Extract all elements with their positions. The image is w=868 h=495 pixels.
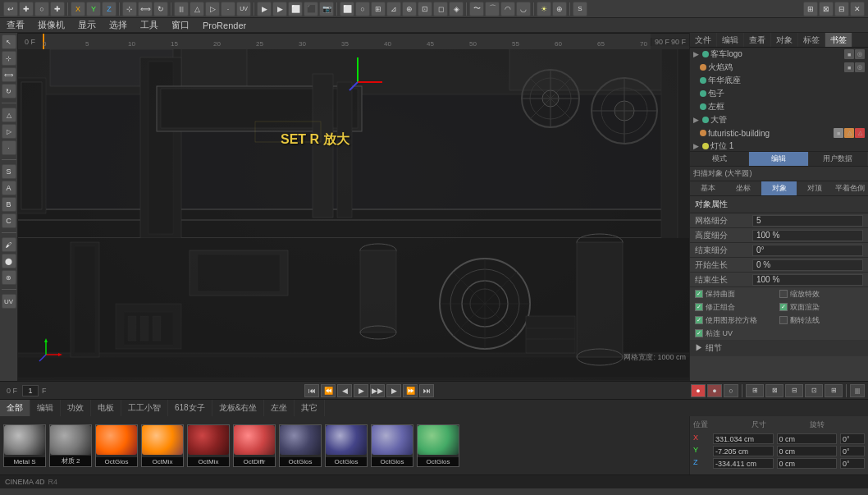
cam-icon[interactable]: ⊕: [552, 2, 567, 16]
btn-prev-key[interactable]: ⏪: [321, 384, 336, 397]
btn-key2[interactable]: ⊠: [765, 384, 783, 397]
mat-thumb-8[interactable]: OctGlos: [325, 424, 368, 467]
left-tool-paint[interactable]: ⬤: [2, 254, 16, 268]
coord-z-rot[interactable]: 0°: [840, 458, 865, 469]
mat-thumb-5[interactable]: OctMix: [187, 424, 230, 467]
prop-subtab-coords[interactable]: 坐标: [725, 181, 761, 195]
edge-icon[interactable]: ▷: [205, 2, 220, 16]
btab-618[interactable]: 618女子: [168, 400, 212, 416]
menu-display[interactable]: 显示: [75, 19, 99, 31]
coord-x-size[interactable]: 0 cm: [777, 433, 838, 444]
prop-subtab-flat[interactable]: 平着色倒: [833, 181, 868, 195]
primitive2-icon[interactable]: ○: [355, 2, 370, 16]
btn-key5[interactable]: ⊞: [825, 384, 843, 397]
render2-icon[interactable]: ▶: [272, 2, 287, 16]
left-tool-select[interactable]: ↖: [2, 34, 16, 49]
checkbox-keep-surface[interactable]: ✓ 保持曲面: [695, 289, 779, 300]
btab-xiao[interactable]: 工工小智: [121, 400, 168, 416]
render3-icon[interactable]: ⬜: [288, 2, 303, 16]
menu-camera[interactable]: 摄像机: [34, 19, 68, 31]
poly-icon[interactable]: △: [190, 2, 204, 16]
left-tool-sculpt[interactable]: ⊛: [2, 270, 16, 285]
btn-timeline[interactable]: |||: [850, 384, 865, 397]
left-tool-rotate[interactable]: ↻: [2, 84, 16, 99]
tool1-icon[interactable]: ✚: [19, 2, 34, 16]
obj-leftpanel[interactable]: 左框: [690, 100, 868, 113]
coord-z-pos[interactable]: -334.411 cm: [713, 458, 774, 469]
left-tool-edge[interactable]: ▷: [2, 124, 16, 139]
obj-baozi[interactable]: 包子: [690, 87, 868, 100]
btn-prev-frame[interactable]: ◀: [337, 384, 352, 397]
primitive3-icon[interactable]: ⊞: [371, 2, 386, 16]
uv-icon[interactable]: UV: [236, 2, 251, 16]
menu-tools[interactable]: 工具: [137, 19, 162, 31]
btab-other[interactable]: 其它: [295, 400, 325, 416]
spline3-icon[interactable]: ◠: [500, 2, 515, 16]
coord-x-pos[interactable]: 331.034 cm: [713, 433, 774, 444]
close-icon[interactable]: ✕: [850, 2, 865, 16]
btn-record2[interactable]: ●: [707, 384, 722, 397]
left-tool-brush[interactable]: 🖌: [2, 237, 16, 252]
mat-thumb-10[interactable]: OctGlos: [417, 424, 459, 467]
obj-npc[interactable]: 年华底座: [690, 74, 868, 87]
btab-power[interactable]: 功效: [61, 400, 91, 416]
mat-thumb-2[interactable]: 材质 2: [49, 424, 92, 467]
checkbox-box-6[interactable]: [779, 316, 788, 324]
tab-view[interactable]: 查看: [744, 33, 771, 47]
coord-z-size[interactable]: 0 cm: [777, 458, 838, 469]
timeline-ruler[interactable]: 0 5 10 15 20 25 30 35 40 45 50 55 60 65 …: [43, 34, 651, 49]
tab-object[interactable]: 对象: [771, 33, 798, 47]
tab-file[interactable]: 文件: [690, 33, 717, 47]
checkbox-uv-stick[interactable]: ✓ 粘连 UV: [695, 328, 863, 339]
tool2-icon[interactable]: ○: [34, 2, 49, 16]
prop-val-endgrow[interactable]: 100 %: [752, 274, 863, 286]
btn-key1[interactable]: ⊞: [746, 384, 764, 397]
undo-icon[interactable]: ↩: [3, 2, 18, 16]
obj-flame[interactable]: 火焰鸡 ■ ◎: [690, 61, 868, 74]
obj-icon[interactable]: |||: [174, 2, 189, 16]
coord-y-size[interactable]: 0 cm: [777, 446, 838, 456]
btn-go-start[interactable]: ⏮: [304, 384, 319, 397]
tab-edit[interactable]: 编辑: [717, 33, 744, 47]
rotate-icon[interactable]: ↻: [153, 2, 168, 16]
spline2-icon[interactable]: ⌒: [485, 2, 500, 16]
btab-edit[interactable]: 编辑: [30, 400, 61, 416]
btn-play[interactable]: ▶: [354, 384, 368, 397]
spline1-icon[interactable]: 〜: [469, 2, 484, 16]
left-tool-poly[interactable]: △: [2, 108, 16, 122]
obj-building[interactable]: ▶ 大管: [690, 113, 868, 126]
prop-val-startgrow[interactable]: 0 %: [752, 259, 863, 271]
tab-bookmarks[interactable]: 书签: [825, 33, 852, 47]
prop-extra-section[interactable]: ▶ 细节: [690, 340, 868, 356]
extra1-icon[interactable]: S: [573, 2, 587, 16]
left-tool-s[interactable]: S: [2, 164, 16, 179]
btab-dragon[interactable]: 龙板&右坐: [212, 400, 265, 416]
camera-icon[interactable]: 📷: [319, 2, 334, 16]
render4-icon[interactable]: ⬛: [304, 2, 318, 16]
coord-y-rot[interactable]: 0°: [840, 446, 865, 456]
left-tool-a[interactable]: A: [2, 181, 16, 195]
mat-thumb-1[interactable]: Metal S: [3, 424, 46, 467]
prop-tab-user[interactable]: 用户数据: [809, 152, 868, 166]
point-icon[interactable]: ·: [221, 2, 235, 16]
mat-thumb-7[interactable]: OctGlos: [279, 424, 322, 467]
primitive6-icon[interactable]: ⊡: [418, 2, 432, 16]
render1-icon[interactable]: ▶: [257, 2, 272, 16]
btn-play-reverse[interactable]: ▶▶: [370, 384, 385, 397]
z-icon[interactable]: Z: [102, 2, 116, 16]
btn-key4[interactable]: ⊡: [805, 384, 823, 397]
viewport[interactable]: SET R 放大 透视视图 网格宽度: 1000 cm 0 F 0 5 10 1…: [18, 33, 689, 381]
primitive4-icon[interactable]: ⊿: [386, 2, 401, 16]
prop-subtab-basic[interactable]: 基本: [690, 181, 725, 195]
prop-val-end[interactable]: 0°: [752, 245, 863, 256]
mat-thumb-4[interactable]: OctMix: [141, 424, 184, 467]
checkbox-flip-normal[interactable]: 翻转法线: [779, 315, 864, 326]
obj-fbuilding[interactable]: futuristic-building ■ △ △: [690, 126, 868, 140]
btn-next-frame[interactable]: ▶: [386, 384, 401, 397]
coord-x-rot[interactable]: 0°: [840, 433, 865, 444]
primitive5-icon[interactable]: ⊕: [402, 2, 417, 16]
prop-subtab-vert[interactable]: 对顶: [797, 181, 832, 195]
y-icon[interactable]: Y: [86, 2, 101, 16]
menu-prorender[interactable]: ProRender: [199, 21, 249, 30]
btn-go-end[interactable]: ⏭: [419, 384, 434, 397]
